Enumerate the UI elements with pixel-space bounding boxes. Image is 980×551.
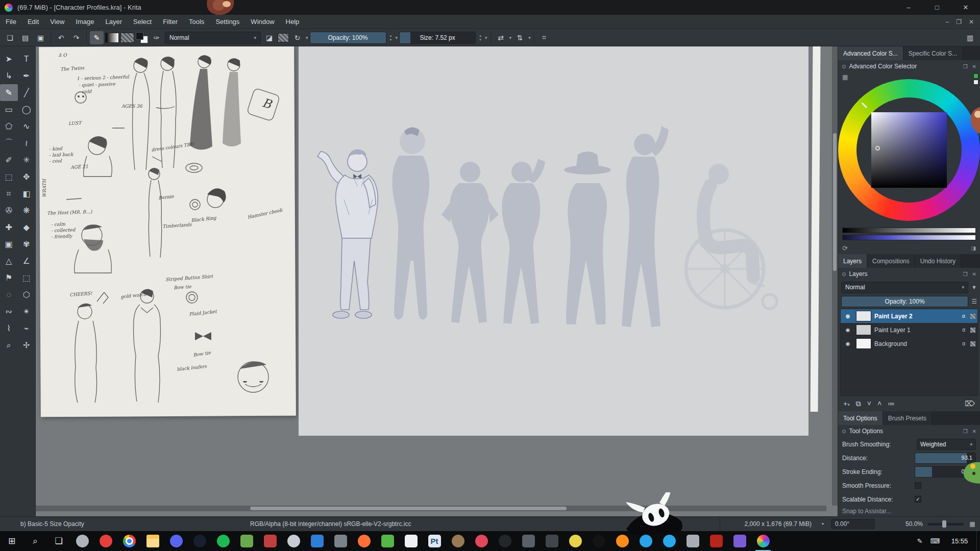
- layer-row-paint-layer-2[interactable]: ◉ Paint Layer 2 α: [841, 309, 977, 323]
- brush-smoothing-dropdown[interactable]: Weighted ▾: [917, 439, 976, 450]
- gray-shade-strip[interactable]: [842, 228, 976, 233]
- gradient-swatch[interactable]: [105, 33, 119, 43]
- float-docker-icon[interactable]: ❐: [963, 429, 968, 434]
- current-brush-preset[interactable]: b) Basic-5 Size Opacity: [20, 517, 84, 531]
- close-docker-icon[interactable]: ✕: [972, 271, 976, 277]
- duplicate-layer-button[interactable]: ⧉: [856, 399, 861, 408]
- app-opera-gx[interactable]: [94, 531, 117, 551]
- app-notes[interactable]: [399, 531, 423, 551]
- app-epic-games[interactable]: [258, 531, 282, 551]
- layer-row-background[interactable]: ◉ Background α: [841, 337, 977, 350]
- eraser-mode-icon[interactable]: ◪: [262, 31, 276, 44]
- pointer-tool[interactable]: ➤: [0, 51, 18, 67]
- subwindow-close-icon[interactable]: ✕: [969, 18, 974, 26]
- delete-layer-button[interactable]: ⌦: [965, 399, 975, 408]
- docker-lock-icon[interactable]: ⊙: [842, 271, 846, 277]
- tab-undo-history[interactable]: Undo History: [915, 254, 961, 268]
- app-timer[interactable]: [493, 531, 517, 551]
- brush-size-slider[interactable]: Size: 7.52 px: [399, 32, 476, 44]
- app-green[interactable]: [376, 531, 399, 551]
- float-docker-icon[interactable]: ❐: [963, 64, 968, 69]
- menu-view[interactable]: View: [44, 15, 70, 29]
- freehand-path-tool[interactable]: ≀: [18, 135, 36, 152]
- magnetic-selection-tool[interactable]: ⌁: [18, 320, 36, 337]
- canvas-vertical-scrollbar[interactable]: [832, 46, 838, 506]
- layer-filter-icon[interactable]: ▼: [971, 284, 977, 290]
- blending-mode-dropdown[interactable]: Normal ▾: [165, 32, 261, 44]
- app-pin-red[interactable]: [470, 531, 493, 551]
- layer-row-paint-layer-1[interactable]: ◉ Paint Layer 1 α: [841, 323, 977, 337]
- close-docker-icon[interactable]: ✕: [972, 64, 976, 69]
- current-tool-icon[interactable]: ✎: [90, 31, 104, 44]
- visibility-icon[interactable]: ◉: [843, 313, 853, 319]
- inherit-alpha-icon[interactable]: [970, 314, 975, 319]
- line-tool[interactable]: ╱: [18, 84, 36, 101]
- app-paw[interactable]: [282, 531, 305, 551]
- app-spotify[interactable]: [211, 531, 235, 551]
- saturation-value-square[interactable]: [871, 112, 947, 188]
- zoom-slider-handle[interactable]: [942, 520, 946, 528]
- search-button[interactable]: ⌕: [23, 531, 47, 551]
- app-yellow[interactable]: [564, 531, 587, 551]
- dynamic-brush-tool[interactable]: ✐: [0, 152, 18, 168]
- enclose-fill-tool[interactable]: ▣: [0, 236, 18, 253]
- menu-window[interactable]: Window: [245, 15, 280, 29]
- color-shade-strip[interactable]: [842, 235, 976, 240]
- app-brown[interactable]: [446, 531, 470, 551]
- digital-canvas[interactable]: [299, 46, 808, 436]
- app-gray-circle[interactable]: [70, 531, 94, 551]
- menu-filter[interactable]: Filter: [157, 15, 183, 29]
- docker-lock-icon[interactable]: ⊙: [842, 429, 846, 434]
- rectangular-selection-tool[interactable]: ⬚: [18, 269, 36, 286]
- visibility-icon[interactable]: ◉: [843, 327, 853, 333]
- tray-keyboard-icon[interactable]: ⌨: [927, 537, 943, 545]
- workspace-chooser-icon[interactable]: ▥: [963, 31, 977, 44]
- tab-advanced-color-selector[interactable]: Advanced Color S...: [838, 46, 903, 60]
- chevron-down-icon[interactable]: ▾: [509, 35, 512, 40]
- chevron-down-icon[interactable]: ▾: [306, 35, 308, 40]
- brush-editor-icon[interactable]: ✑: [150, 31, 163, 44]
- task-view-button[interactable]: ❏: [47, 531, 70, 551]
- save-document-icon[interactable]: ▣: [34, 31, 47, 44]
- app-adobe-reader[interactable]: [704, 531, 728, 551]
- app-krita[interactable]: [751, 531, 775, 551]
- hollow-knight-cursor-overlay[interactable]: [620, 492, 687, 536]
- inherit-alpha-icon[interactable]: [970, 328, 975, 333]
- assistants-tool[interactable]: △: [0, 253, 18, 269]
- bezier-selection-tool[interactable]: ⌇: [0, 320, 18, 337]
- scalable-distance-checkbox[interactable]: ✓: [915, 496, 921, 503]
- menu-select[interactable]: Select: [128, 15, 157, 29]
- alpha-icon[interactable]: α: [962, 341, 965, 346]
- smooth-pressure-checkbox[interactable]: [915, 482, 921, 489]
- subwindow-restore-icon[interactable]: ❐: [956, 18, 962, 26]
- advanced-color-selector[interactable]: ▦: [838, 72, 980, 226]
- redo-icon[interactable]: ↷: [69, 31, 83, 44]
- trim-to-image-icon[interactable]: ⌗: [537, 31, 551, 44]
- app-paint-net[interactable]: Pt: [423, 531, 446, 551]
- tab-layers[interactable]: Layers: [838, 254, 867, 268]
- zoom-slider[interactable]: [928, 523, 964, 525]
- close-docker-icon[interactable]: ✕: [972, 429, 976, 434]
- zoom-tool[interactable]: ⌕: [0, 337, 18, 354]
- open-document-icon[interactable]: ▤: [18, 31, 32, 44]
- start-button[interactable]: ⊞: [0, 531, 23, 551]
- ellipse-tool[interactable]: ◯: [18, 101, 36, 118]
- canvas-rotation[interactable]: 0.00°: [831, 517, 878, 531]
- canvas-horizontal-scrollbar[interactable]: [36, 506, 826, 511]
- horizontal-mirror-icon[interactable]: ⇄: [494, 31, 508, 44]
- clock[interactable]: 15:55: [943, 537, 976, 545]
- edit-shapes-tool[interactable]: ↳: [0, 67, 18, 84]
- layer-properties-button[interactable]: ≔: [888, 399, 895, 408]
- colorize-mask-tool[interactable]: ✾: [18, 236, 36, 253]
- chevron-down-icon[interactable]: ▾: [528, 35, 531, 40]
- app-vinyl[interactable]: [587, 531, 610, 551]
- freehand-selection-tool[interactable]: ∾: [0, 303, 18, 320]
- freehand-brush-tool[interactable]: ✎: [0, 84, 18, 101]
- transform-tool[interactable]: ⬚: [0, 168, 18, 185]
- minimize-button[interactable]: –: [894, 0, 923, 15]
- new-document-icon[interactable]: ❏: [3, 31, 17, 44]
- selector-settings-icon[interactable]: ▦: [842, 73, 848, 81]
- multibrush-tool[interactable]: ✳: [18, 152, 36, 168]
- canvas-area[interactable]: Δ OThe Twins1 - serious 2 - cheerful- qu…: [36, 46, 838, 516]
- calligraphy-tool[interactable]: ✒: [18, 67, 36, 84]
